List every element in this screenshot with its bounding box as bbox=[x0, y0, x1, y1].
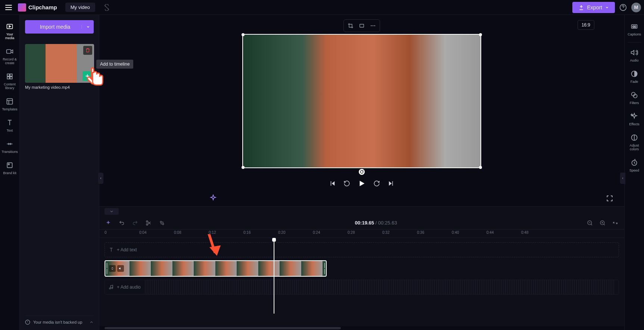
text-icon bbox=[6, 119, 14, 127]
undo-button[interactable] bbox=[117, 219, 126, 227]
svg-rect-2 bbox=[7, 50, 11, 53]
sidebar-transitions[interactable]: Transitions bbox=[0, 136, 19, 157]
playhead[interactable] bbox=[274, 239, 274, 314]
fit-button[interactable] bbox=[357, 21, 367, 30]
timeline-scrollbar[interactable] bbox=[99, 326, 624, 330]
sidebar-captions[interactable]: CC Captions bbox=[625, 19, 644, 40]
audio-icon bbox=[630, 48, 638, 57]
svg-rect-5 bbox=[7, 77, 9, 79]
aspect-ratio-selector[interactable]: 16:9 bbox=[578, 20, 594, 30]
expand-right-panel-button[interactable] bbox=[620, 173, 625, 184]
adjust-icon bbox=[630, 133, 638, 142]
app-name: Clipchamp bbox=[28, 4, 57, 10]
fullscreen-button[interactable] bbox=[606, 195, 613, 202]
effects-icon bbox=[630, 112, 638, 120]
sidebar-audio[interactable]: Audio bbox=[625, 45, 644, 66]
rotate-handle[interactable] bbox=[359, 169, 365, 175]
svg-rect-6 bbox=[10, 77, 12, 79]
filters-icon bbox=[630, 91, 638, 99]
sync-icon[interactable] bbox=[103, 4, 110, 11]
clip-handle-left[interactable] bbox=[105, 261, 108, 276]
resize-handle-tl[interactable] bbox=[242, 33, 245, 36]
svg-rect-8 bbox=[7, 163, 12, 167]
zoom-out-button[interactable] bbox=[585, 219, 594, 227]
user-avatar[interactable]: M bbox=[631, 3, 641, 12]
resize-handle-bl[interactable] bbox=[242, 166, 245, 169]
rewind-button[interactable] bbox=[343, 180, 350, 187]
timeline: 00:19.65 / 00:25.63 0 0:04 0:08 0:12 0:1… bbox=[99, 206, 624, 330]
brand-icon bbox=[6, 161, 14, 169]
center-area: 16:9 bbox=[99, 15, 624, 330]
more-button[interactable] bbox=[368, 21, 378, 30]
audio-track[interactable]: + Add audio bbox=[105, 279, 619, 295]
effects-toggle[interactable] bbox=[209, 194, 217, 202]
media-panel: Import media + My marketing video.mp4 Ad… bbox=[20, 15, 99, 330]
sidebar-text[interactable]: Text bbox=[0, 115, 19, 136]
play-button[interactable] bbox=[358, 179, 366, 188]
fade-icon bbox=[630, 70, 638, 78]
video-title[interactable]: My video bbox=[65, 3, 95, 12]
sidebar-speed[interactable]: Speed bbox=[625, 155, 644, 176]
menu-button[interactable] bbox=[3, 2, 14, 13]
scrollbar-thumb[interactable] bbox=[105, 327, 341, 329]
sidebar-fade[interactable]: Fade bbox=[625, 66, 644, 87]
sidebar-effects[interactable]: Effects bbox=[625, 109, 644, 130]
media-icon bbox=[6, 22, 14, 31]
backup-status[interactable]: Your media isn't backed up bbox=[25, 315, 94, 325]
skip-back-button[interactable] bbox=[329, 180, 336, 187]
sidebar-templates[interactable]: Templates bbox=[0, 94, 19, 115]
split-button[interactable] bbox=[144, 219, 153, 227]
export-button[interactable]: Export bbox=[572, 2, 615, 13]
clip-mute-icon[interactable] bbox=[117, 265, 124, 272]
import-dropdown[interactable] bbox=[81, 25, 90, 29]
svg-rect-3 bbox=[7, 74, 9, 76]
svg-rect-4 bbox=[10, 74, 12, 76]
sidebar-adjust-colors[interactable]: Adjust colors bbox=[625, 130, 644, 155]
speed-icon bbox=[630, 158, 638, 167]
preview-toolbar bbox=[343, 19, 380, 32]
playback-controls bbox=[329, 179, 394, 188]
help-button[interactable] bbox=[619, 4, 627, 11]
svg-point-13 bbox=[373, 25, 374, 26]
forward-button[interactable] bbox=[373, 180, 380, 187]
sidebar-brand-kit[interactable]: Brand kit bbox=[0, 157, 19, 179]
time-display: 00:19.65 / 00:25.63 bbox=[355, 220, 397, 226]
timeline-expand-button[interactable] bbox=[105, 208, 119, 215]
crop-button[interactable] bbox=[345, 21, 356, 30]
ai-button[interactable] bbox=[104, 219, 113, 227]
zoom-fit-button[interactable] bbox=[611, 219, 620, 227]
resize-handle-tr[interactable] bbox=[479, 33, 482, 36]
cursor-annotation bbox=[83, 66, 109, 92]
sidebar-filters[interactable]: Filters bbox=[625, 87, 644, 109]
timeline-toolbar: 00:19.65 / 00:25.63 bbox=[99, 216, 624, 230]
sidebar-content-library[interactable]: Content library bbox=[0, 69, 19, 94]
captions-icon: CC bbox=[630, 22, 638, 31]
clip-expand-icon[interactable] bbox=[109, 265, 116, 272]
app-logo[interactable]: Clipchamp bbox=[18, 3, 57, 12]
audio-waveform bbox=[144, 280, 615, 294]
clip-handle-right[interactable] bbox=[323, 261, 326, 276]
svg-point-16 bbox=[146, 224, 148, 225]
sidebar-record-create[interactable]: Record & create bbox=[0, 44, 19, 69]
delete-media-button[interactable] bbox=[83, 46, 92, 55]
svg-rect-11 bbox=[360, 24, 364, 27]
skip-forward-button[interactable] bbox=[388, 180, 394, 187]
export-label: Export bbox=[587, 4, 602, 10]
transitions-icon bbox=[6, 140, 14, 148]
sidebar-your-media[interactable]: Your media bbox=[0, 19, 19, 44]
redo-button[interactable] bbox=[131, 219, 140, 227]
left-sidebar: Your media Record & create Content libra… bbox=[0, 15, 20, 330]
svg-rect-7 bbox=[7, 99, 13, 104]
preview-area: 16:9 bbox=[99, 15, 624, 206]
arrow-annotation bbox=[155, 234, 249, 271]
video-preview[interactable] bbox=[242, 34, 481, 168]
zoom-in-button[interactable] bbox=[598, 219, 607, 227]
svg-text:CC: CC bbox=[632, 25, 636, 28]
import-media-button[interactable]: Import media bbox=[25, 20, 94, 34]
svg-point-15 bbox=[146, 221, 148, 222]
resize-handle-br[interactable] bbox=[479, 166, 482, 169]
svg-point-14 bbox=[374, 25, 375, 26]
crop-tool-button[interactable] bbox=[158, 219, 167, 227]
svg-point-12 bbox=[371, 25, 372, 26]
library-icon bbox=[6, 72, 14, 81]
